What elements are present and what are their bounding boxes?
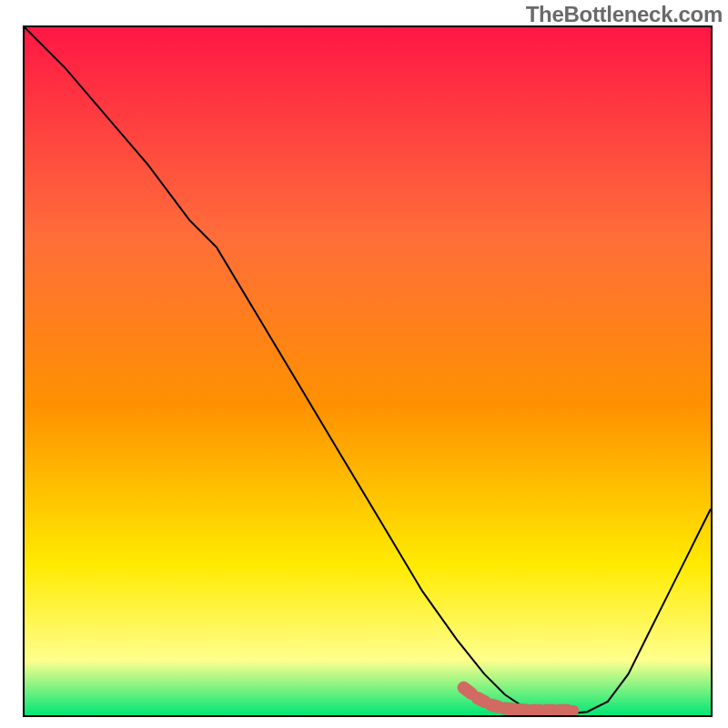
plot-area	[23, 25, 713, 717]
chart-svg	[25, 27, 711, 715]
dotted-segment	[505, 708, 512, 709]
dotted-segment	[491, 705, 499, 707]
chart-frame: TheBottleneck.com	[0, 0, 728, 728]
gradient-background	[25, 27, 711, 715]
watermark-text: TheBottleneck.com	[526, 2, 723, 27]
dotted-segment	[464, 688, 471, 693]
dotted-segment	[478, 698, 485, 702]
